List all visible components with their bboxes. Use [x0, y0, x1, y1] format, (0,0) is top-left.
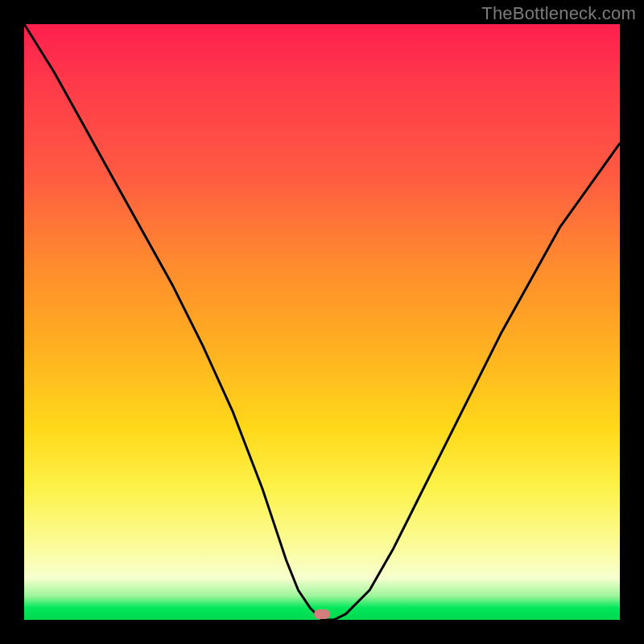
watermark-text: TheBottleneck.com — [481, 3, 636, 24]
bottleneck-curve — [24, 24, 620, 620]
chart-frame: TheBottleneck.com — [0, 0, 644, 644]
plot-area — [24, 24, 620, 620]
optimum-marker — [314, 609, 330, 619]
